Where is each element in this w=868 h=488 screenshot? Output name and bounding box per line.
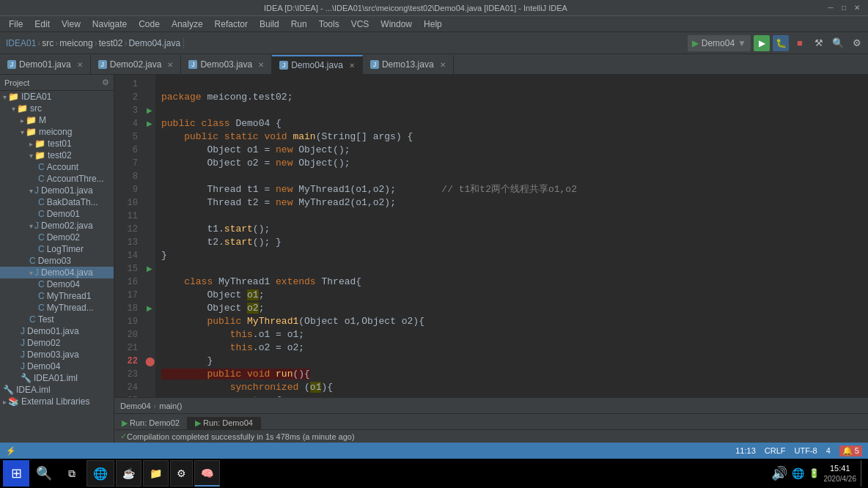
tree-item-demo04-java[interactable]: ▾ J Demo04.java bbox=[0, 267, 114, 278]
taskbar-app-settings[interactable]: ⚙ bbox=[170, 460, 193, 487]
menu-navigate[interactable]: Navigate bbox=[87, 18, 133, 31]
tree-item-src[interactable]: ▾ 📁 src bbox=[0, 103, 114, 114]
menu-tools[interactable]: Tools bbox=[313, 18, 345, 31]
run-tab-demo04[interactable]: ▶ Run: Demo04 bbox=[188, 417, 261, 429]
tree-item-test01[interactable]: ▸ 📁 test01 bbox=[0, 138, 114, 149]
tree-item-demo01-java[interactable]: ▾ J Demo01.java bbox=[0, 185, 114, 196]
minimize-button[interactable]: ─ bbox=[825, 3, 836, 13]
tree-item-accountthread[interactable]: C AccountThre... bbox=[0, 173, 114, 185]
tab-close-icon[interactable]: ✕ bbox=[258, 61, 264, 69]
tab-close-icon[interactable]: ✕ bbox=[440, 61, 446, 69]
menu-analyze[interactable]: Analyze bbox=[166, 18, 209, 31]
settings-button[interactable]: ⚙ bbox=[849, 35, 865, 51]
run-icon[interactable]: ▶ bbox=[147, 262, 152, 276]
status-encoding[interactable]: UTF-8 bbox=[795, 446, 817, 455]
tree-arrow[interactable]: ▾ bbox=[21, 128, 24, 136]
breadcrumb-class[interactable]: Demo04 bbox=[120, 402, 151, 410]
menu-vcs[interactable]: VCS bbox=[345, 18, 375, 31]
taskbar-app-java[interactable]: ☕ bbox=[116, 460, 141, 487]
tree-arrow[interactable]: ▸ bbox=[29, 140, 33, 148]
taskview-button[interactable]: ⧉ bbox=[59, 460, 85, 487]
tree-item-logtimer[interactable]: C LogTimer bbox=[0, 243, 114, 255]
tree-item-demo04-l1[interactable]: J Demo04 bbox=[0, 361, 114, 372]
tree-item-idea01[interactable]: ▾ 📁 IDEA01 bbox=[0, 91, 114, 103]
breadcrumb-method[interactable]: main() bbox=[159, 402, 182, 410]
taskbar-app-ie[interactable]: 🌐 bbox=[87, 460, 114, 487]
run-tab-demo02[interactable]: ▶ Run: Demo02 bbox=[114, 417, 188, 429]
tab-demo13[interactable]: J Demo13.java ✕ bbox=[363, 55, 454, 74]
run-icon[interactable]: ▶ bbox=[147, 302, 152, 315]
tree-item-account[interactable]: C Account bbox=[0, 161, 114, 173]
run-button[interactable]: ▶ bbox=[754, 35, 770, 51]
tree-item-demo04[interactable]: C Demo04 bbox=[0, 278, 114, 290]
tree-arrow[interactable]: ▾ bbox=[29, 269, 33, 277]
search-button[interactable]: 🔍 bbox=[830, 35, 846, 51]
tree-arrow[interactable]: ▾ bbox=[12, 105, 15, 113]
taskbar-app-intellij[interactable]: 🧠 bbox=[194, 460, 220, 487]
start-button[interactable]: ⊞ bbox=[3, 460, 29, 487]
tree-item-m[interactable]: ▸ 📁 M bbox=[0, 114, 114, 126]
menu-code[interactable]: Code bbox=[133, 18, 166, 31]
tree-arrow[interactable]: ▸ bbox=[3, 398, 7, 406]
breadcrumb-src[interactable]: src bbox=[42, 38, 54, 48]
code-editor[interactable]: package meicong.test02; public class Dem… bbox=[155, 75, 868, 397]
tree-arrow[interactable]: ▾ bbox=[29, 222, 33, 230]
taskbar-clock[interactable]: 15:41 2020/4/26 bbox=[824, 463, 857, 483]
run-icon[interactable]: ▶ bbox=[147, 104, 152, 117]
menu-edit[interactable]: Edit bbox=[29, 18, 56, 31]
breadcrumb-file[interactable]: Demo04.java bbox=[128, 38, 180, 48]
tree-item-bakdata[interactable]: C BakDataTh... bbox=[0, 196, 114, 208]
tree-item-demo02[interactable]: C Demo02 bbox=[0, 232, 114, 243]
debug-button[interactable]: 🐛 bbox=[773, 35, 789, 51]
tree-arrow[interactable]: ▾ bbox=[29, 187, 33, 195]
tree-item-mythread1[interactable]: C MyThread1 bbox=[0, 290, 114, 302]
breakpoint-icon[interactable]: ⬤ bbox=[145, 355, 155, 368]
tab-close-icon[interactable]: ✕ bbox=[77, 61, 83, 69]
tree-item-test[interactable]: C Test bbox=[0, 314, 114, 325]
search-taskbar-button[interactable]: 🔍 bbox=[31, 460, 57, 487]
tree-item-demo01-l1[interactable]: J Demo01.java bbox=[0, 325, 114, 337]
run-config[interactable]: ▶ Demo04 ▼ bbox=[688, 35, 751, 51]
menu-build[interactable]: Build bbox=[254, 18, 285, 31]
taskbar-app-explorer[interactable]: 📁 bbox=[143, 460, 169, 487]
stop-button[interactable]: ■ bbox=[792, 35, 808, 51]
menu-file[interactable]: File bbox=[3, 18, 29, 31]
menu-help[interactable]: Help bbox=[418, 18, 448, 31]
tree-item-idea01-iml[interactable]: 🔧 IDEA01.iml bbox=[0, 372, 114, 384]
run-icon[interactable]: ▶ bbox=[147, 117, 152, 130]
tab-close-icon[interactable]: ✕ bbox=[167, 61, 173, 69]
tree-arrow[interactable]: ▾ bbox=[29, 152, 33, 160]
menu-run[interactable]: Run bbox=[285, 18, 313, 31]
menu-view[interactable]: View bbox=[56, 18, 87, 31]
tree-item-demo01[interactable]: C Demo01 bbox=[0, 208, 114, 220]
breadcrumb-test02[interactable]: test02 bbox=[99, 38, 123, 48]
tree-item-demo02-java[interactable]: ▾ J Demo02.java bbox=[0, 220, 114, 232]
tab-demo04[interactable]: J Demo04.java ✕ bbox=[272, 55, 363, 74]
breadcrumb-root[interactable]: IDEA01 bbox=[6, 38, 36, 48]
tree-item-meicong[interactable]: ▾ 📁 meicong bbox=[0, 126, 114, 138]
tree-item-demo03-l1[interactable]: J Demo03.java bbox=[0, 349, 114, 361]
sidebar-options-icon[interactable]: ⚙ bbox=[102, 78, 109, 87]
tab-demo03[interactable]: J Demo03.java ✕ bbox=[181, 55, 272, 74]
tree-item-mythread2[interactable]: C MyThread... bbox=[0, 302, 114, 314]
tab-demo02[interactable]: J Demo02.java ✕ bbox=[91, 55, 182, 74]
menu-window[interactable]: Window bbox=[375, 18, 418, 31]
status-notification-icon[interactable]: 🔔 5 bbox=[839, 446, 862, 456]
maximize-button[interactable]: □ bbox=[839, 3, 849, 13]
tab-demo01[interactable]: J Demo01.java ✕ bbox=[0, 55, 91, 74]
status-crlf[interactable]: CRLF bbox=[765, 446, 786, 455]
close-button[interactable]: ✕ bbox=[852, 3, 862, 13]
build-button[interactable]: ⚒ bbox=[811, 35, 827, 51]
show-desktop-button[interactable] bbox=[861, 460, 865, 487]
tree-item-demo02-l1[interactable]: J Demo02 bbox=[0, 337, 114, 349]
breadcrumb-meicong[interactable]: meicong bbox=[59, 38, 92, 48]
tree-item-idea-iml[interactable]: 🔧 IDEA.iml bbox=[0, 384, 114, 396]
tab-close-icon[interactable]: ✕ bbox=[349, 62, 355, 70]
menu-refactor[interactable]: Refactor bbox=[209, 18, 254, 31]
tree-item-test02[interactable]: ▾ 📁 test02 bbox=[0, 149, 114, 161]
status-position[interactable]: 11:13 bbox=[735, 446, 756, 455]
tree-arrow[interactable]: ▸ bbox=[21, 117, 24, 125]
tree-arrow[interactable]: ▾ bbox=[3, 93, 7, 101]
tree-item-ext-libs[interactable]: ▸ 📚 External Libraries bbox=[0, 396, 114, 407]
tree-item-demo03[interactable]: C Demo03 bbox=[0, 255, 114, 267]
